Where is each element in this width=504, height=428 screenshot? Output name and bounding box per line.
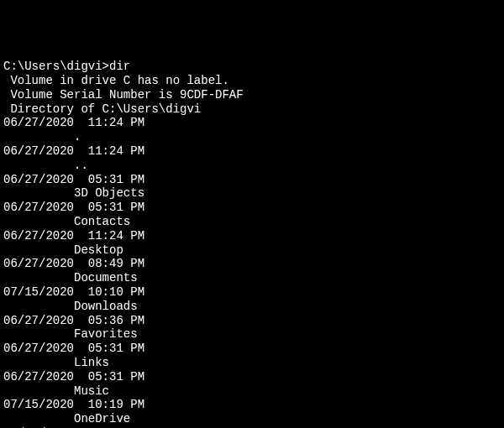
dir-entry: 06/27/2020 05:36 PM Favorites06/27/2020 … <box>3 314 501 428</box>
dir-entry: 06/27/2020 05:31 PM 3D Objects06/27/2020… <box>3 173 501 428</box>
dir-entry: 06/27/2020 08:49 PM Documents07/15/2020 … <box>3 257 501 428</box>
prompt-path: C:\Users\digvi> <box>3 60 109 73</box>
dir-entry: 06/27/2020 05:31 PM Contacts06/27/2020 1… <box>3 201 501 428</box>
volume-label-line: Volume in drive C has no label. <box>3 74 501 88</box>
directory-of-line: Directory of C:\Users\digvi <box>3 102 501 117</box>
terminal-output[interactable]: C:\Users\digvi>dir Volume in drive C has… <box>3 60 501 428</box>
dir-entry: 07/15/2020 10:19 PM OneDrive06/27/2020 0… <box>3 398 501 428</box>
dir-entry: 07/15/2020 10:10 PM Downloads06/27/2020 … <box>3 285 501 428</box>
dir-entry: 06/27/2020 11:24 PM ..06/27/2020 05:31 P… <box>3 144 501 428</box>
serial-line: Volume Serial Number is 9CDF-DFAF <box>3 88 501 102</box>
dir-entry: 06/27/2020 05:31 PM Music07/15/2020 10:1… <box>3 370 501 428</box>
dir-entry: 06/27/2020 11:24 PM .06/27/2020 11:24 PM… <box>3 116 501 428</box>
command-line: C:\Users\digvi>dir <box>3 60 501 74</box>
command-text: dir <box>109 60 130 73</box>
dir-entry: 06/27/2020 05:31 PM Links06/27/2020 05:3… <box>3 342 501 428</box>
dir-entry: 06/27/2020 11:24 PM Desktop06/27/2020 08… <box>3 229 501 428</box>
